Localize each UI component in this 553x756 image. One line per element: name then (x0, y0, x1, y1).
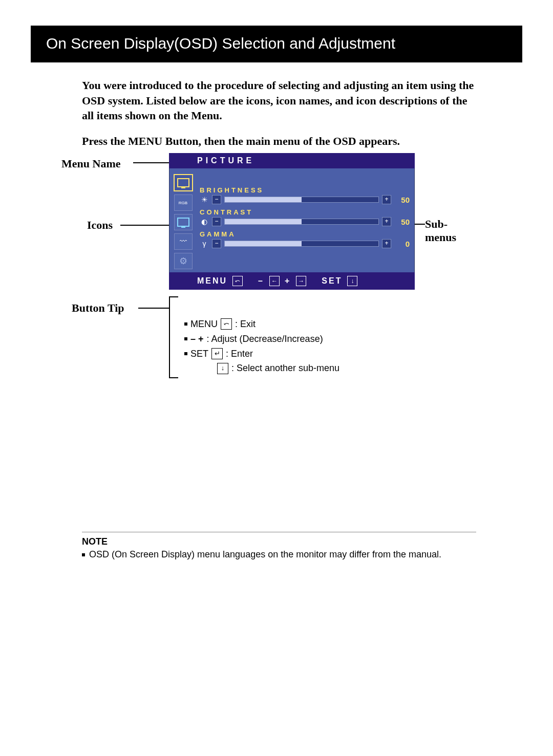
footer-menu: MENU (197, 276, 227, 286)
left-icon: ← (269, 276, 280, 286)
slider[interactable] (224, 241, 379, 247)
tip-row: SET ↵ : Enter (184, 347, 339, 361)
rgb-icon[interactable]: RGB (174, 195, 193, 211)
osd-menu-title: PICTURE (169, 153, 415, 168)
brightness-icon: ☀ (200, 196, 209, 204)
label-sub-menus: Sub-menus (425, 218, 476, 244)
osd-icon-column: RGB 〰 ⚙ (169, 168, 197, 272)
wave-icon[interactable]: 〰 (174, 233, 193, 250)
sub-value: 50 (394, 218, 410, 226)
osd-sub-panel: BRIGHTNESS ☀ − + 50 CONTRAST (197, 168, 415, 272)
down-key-icon: ↓ (217, 363, 228, 374)
footer-set: SET (322, 276, 342, 286)
note-section: NOTE OSD (On Screen Display) menu langua… (82, 532, 476, 560)
plus-button[interactable]: + (382, 195, 391, 204)
osd-footer: MENU ⤺ – ← + → SET ↓ (169, 272, 415, 290)
slider[interactable] (224, 219, 379, 225)
gear-icon[interactable]: ⚙ (174, 253, 193, 269)
slider[interactable] (224, 197, 379, 203)
label-icons: Icons (87, 219, 113, 232)
sub-brightness[interactable]: BRIGHTNESS ☀ − + 50 (200, 186, 410, 204)
sub-gamma[interactable]: GAMMA γ − + 0 (200, 230, 410, 248)
tip-desc: : Exit (235, 317, 256, 332)
tip-row: – + : Adjust (Decrease/Increase) (184, 332, 339, 347)
button-tip-list: MENU ⤺ : Exit – + : Adjust (Decrease/Inc… (184, 317, 339, 376)
tip-row: MENU ⤺ : Exit (184, 317, 339, 332)
gamma-icon: γ (200, 240, 209, 248)
exit-icon: ⤺ (232, 276, 243, 286)
instruction-text: Press the MENU Button, then the main men… (82, 135, 476, 148)
label-menu-name: Menu Name (61, 157, 120, 170)
label-button-tip: Button Tip (72, 301, 124, 315)
tip-desc: : Adjust (Decrease/Increase) (207, 332, 323, 347)
osd-panel: PICTURE RGB 〰 ⚙ BRIGHTNESS ☀ (169, 153, 415, 290)
sub-label: BRIGHTNESS (200, 186, 410, 194)
sub-value: 50 (394, 196, 410, 204)
tip-key: – + (190, 332, 204, 347)
plus-button[interactable]: + (382, 217, 391, 226)
tip-key: SET (190, 347, 208, 361)
note-text: OSD (On Screen Display) menu languages o… (89, 549, 441, 560)
tip-desc: : Select another sub-menu (231, 361, 339, 376)
plus-button[interactable]: + (382, 239, 391, 248)
osd-diagram: Menu Name Icons Sub-menus Button Tip PIC… (82, 153, 476, 399)
exit-key-icon: ⤺ (221, 318, 232, 330)
minus-button[interactable]: − (212, 217, 221, 226)
sub-value: 0 (394, 240, 410, 248)
note-title: NOTE (82, 536, 476, 547)
tip-desc: : Enter (226, 347, 253, 361)
sub-label: GAMMA (200, 230, 410, 238)
picture-icon[interactable] (174, 174, 193, 191)
sub-contrast[interactable]: CONTRAST ◐ − + 50 (200, 208, 410, 226)
screen-icon[interactable] (174, 214, 193, 230)
enter-key-icon: ↵ (211, 348, 223, 359)
sub-label: CONTRAST (200, 208, 410, 216)
right-icon: → (296, 276, 306, 286)
page-title: On Screen Display(OSD) Selection and Adj… (31, 26, 522, 62)
intro-text: You were introduced to the procedure of … (82, 78, 476, 123)
contrast-icon: ◐ (200, 218, 209, 226)
minus-button[interactable]: − (212, 195, 221, 204)
footer-plus: + (285, 276, 291, 286)
down-icon: ↓ (347, 276, 357, 286)
tip-row: ↓ : Select another sub-menu (217, 361, 339, 376)
footer-minus: – (258, 276, 264, 286)
minus-button[interactable]: − (212, 239, 221, 248)
tip-key: MENU (190, 317, 218, 332)
